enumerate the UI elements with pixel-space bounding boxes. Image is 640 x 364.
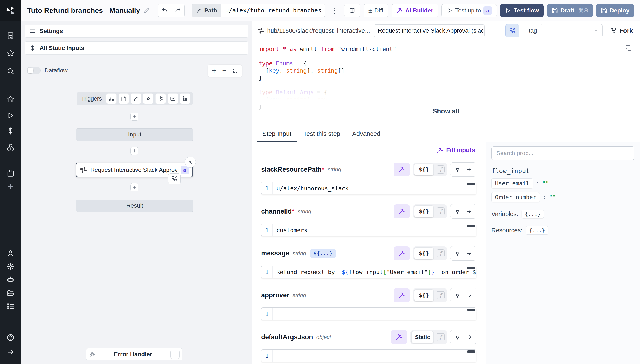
path-label[interactable]: Path — [192, 4, 222, 17]
home-icon[interactable] — [6, 95, 14, 103]
schedule-trigger-icon[interactable] — [118, 93, 129, 104]
fill-inputs-button[interactable]: Fill inputs — [436, 146, 476, 154]
redo-button[interactable] — [171, 4, 184, 17]
insert-arrow-button[interactable] — [466, 292, 472, 298]
field-editor[interactable]: 1Refund request by _${flow_input["User e… — [261, 266, 476, 278]
editor-scrollbar[interactable] — [467, 350, 475, 353]
logs-icon[interactable] — [6, 302, 14, 310]
account-icon[interactable] — [6, 249, 14, 257]
resources-row[interactable]: Resources: {...} — [492, 226, 634, 235]
suspend-settings-button[interactable] — [506, 24, 519, 37]
insert-arrow-button[interactable] — [466, 166, 472, 172]
editor-scrollbar[interactable] — [467, 308, 475, 311]
ai-fill-field-button[interactable] — [394, 288, 410, 302]
windmill-logo[interactable] — [0, 0, 21, 21]
input-node[interactable]: Input — [76, 128, 194, 141]
tab-advanced[interactable]: Advanced — [346, 130, 386, 142]
input-mode-toggle[interactable]: ${} — [414, 289, 434, 301]
variables-row[interactable]: Variables: {...} — [492, 210, 634, 218]
code-preview[interactable]: import * as wmill from "windmill-client"… — [252, 40, 640, 104]
ai-fill-field-button[interactable] — [394, 204, 410, 218]
workspace-icon[interactable] — [6, 32, 14, 40]
scheduled-poll-trigger-icon[interactable] — [180, 93, 190, 104]
expand-sidebar-icon[interactable] — [6, 348, 14, 356]
insert-step-button[interactable] — [130, 112, 138, 121]
test-up-to-button[interactable]: Test up to a — [442, 4, 497, 17]
schedules-icon[interactable] — [6, 169, 14, 177]
field-value[interactable]: u/alex/humorous_slack — [272, 185, 476, 192]
search-icon[interactable] — [6, 67, 14, 75]
draft-button[interactable]: Draft ⌘S — [547, 4, 593, 17]
add-error-handler-button[interactable] — [170, 350, 180, 359]
tag-select[interactable] — [541, 24, 602, 38]
prop-entry[interactable]: Order number:"" — [492, 192, 634, 202]
input-mode-toggle[interactable]: ${} — [414, 206, 434, 217]
folders-icon[interactable] — [6, 289, 14, 297]
error-handler-node[interactable]: Error Handler — [86, 348, 182, 360]
editor-scrollbar[interactable] — [467, 183, 475, 185]
favorites-icon[interactable] — [6, 49, 14, 57]
search-prop-input[interactable] — [492, 146, 634, 160]
settings-gear-icon[interactable] — [6, 262, 14, 270]
zoom-out-button[interactable]: − — [222, 66, 227, 75]
zoom-in-button[interactable]: + — [212, 66, 216, 75]
test-flow-button[interactable]: Test flow — [500, 4, 544, 17]
insert-arrow-button[interactable] — [466, 250, 472, 256]
runs-icon[interactable] — [6, 112, 14, 120]
websocket-trigger-icon[interactable] — [143, 93, 154, 104]
hub-script-path[interactable]: hub/11500/slack/request_interactive... — [258, 27, 370, 34]
input-mode-toggle[interactable]: Static — [412, 331, 434, 343]
input-mode-toggle[interactable]: ${} — [414, 164, 434, 176]
function-icon[interactable]: ƒ — [436, 333, 445, 341]
path-input[interactable]: u/alex/tuto_refund_branches_ — [222, 4, 325, 17]
tab-test-this-step[interactable]: Test this step — [297, 130, 346, 142]
email-trigger-icon[interactable] — [168, 93, 178, 104]
plug-button[interactable] — [454, 166, 460, 172]
insert-arrow-button[interactable] — [466, 208, 472, 214]
insert-step-button[interactable] — [130, 183, 138, 191]
field-editor[interactable]: 1 — [261, 308, 476, 320]
insert-step-button[interactable] — [130, 147, 138, 155]
resources-pill[interactable]: {...} — [526, 226, 548, 235]
resources-icon[interactable] — [6, 143, 14, 151]
http-route-trigger-icon[interactable] — [131, 93, 141, 104]
editor-scrollbar[interactable] — [467, 267, 475, 269]
remove-step-button[interactable] — [185, 156, 196, 168]
step-name-input[interactable]: Request Interactive Slack Approval (slac… — [374, 24, 485, 37]
field-editor[interactable]: 1customers — [261, 224, 476, 236]
ai-fill-field-button[interactable] — [391, 330, 407, 344]
function-icon[interactable]: ƒ — [436, 208, 445, 216]
more-menu-button[interactable]: ⋮ — [328, 6, 341, 14]
dataflow-toggle[interactable] — [27, 67, 41, 74]
fork-button[interactable]: Fork — [609, 27, 634, 34]
deploy-button[interactable]: Deploy — [596, 4, 634, 17]
undo-button[interactable] — [158, 4, 171, 17]
field-value[interactable]: Refund request by _${flow_input["User em… — [272, 269, 476, 275]
prop-entry[interactable]: User email:"" — [492, 178, 634, 188]
diff-button[interactable]: ± Diff — [364, 4, 388, 17]
field-editor[interactable]: 1 — [261, 350, 476, 362]
function-icon[interactable]: ƒ — [436, 249, 445, 257]
result-node[interactable]: Result — [76, 200, 194, 212]
variables-pill[interactable]: {...} — [522, 210, 544, 218]
variables-icon[interactable] — [6, 127, 14, 135]
add-icon[interactable] — [6, 182, 14, 190]
function-icon[interactable]: ƒ — [436, 291, 445, 299]
prop-key[interactable]: User email — [492, 178, 533, 188]
fit-view-button[interactable] — [232, 68, 238, 74]
workers-icon[interactable] — [6, 276, 14, 284]
kafka-trigger-icon[interactable] — [155, 93, 166, 104]
ai-fill-field-button[interactable] — [394, 246, 410, 260]
prop-key[interactable]: Order number — [492, 192, 540, 202]
plug-button[interactable] — [454, 292, 460, 298]
field-value[interactable]: customers — [272, 227, 476, 234]
copy-code-button[interactable] — [626, 45, 632, 51]
edit-title-icon[interactable] — [144, 8, 150, 14]
ai-builder-button[interactable]: AI Builder — [392, 4, 438, 17]
plug-button[interactable] — [454, 334, 460, 340]
input-mode-toggle[interactable]: ${} — [414, 248, 434, 259]
webhook-trigger-icon[interactable] — [106, 93, 116, 104]
docs-button[interactable] — [344, 4, 360, 17]
insert-arrow-button[interactable] — [466, 334, 472, 340]
triggers-node[interactable]: Triggers — [77, 92, 193, 105]
